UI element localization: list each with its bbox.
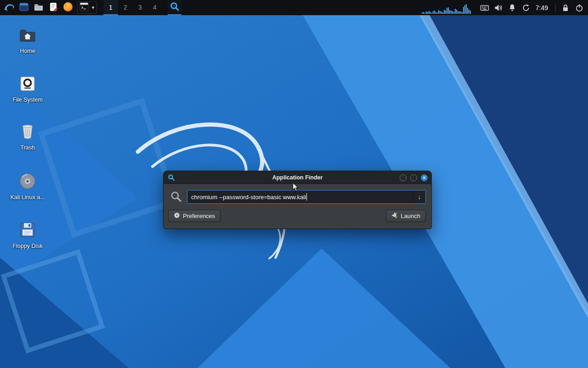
cpu-graph[interactable] [422,2,473,14]
lock-icon[interactable] [559,0,572,15]
desktop: ▾ 1 2 3 4 [0,0,588,368]
top-panel: ▾ 1 2 3 4 [0,0,588,15]
optical-disc-icon [18,172,37,192]
terminal-dropdown-chevron-icon[interactable]: ▾ [90,5,96,11]
preferences-label: Preferences [183,213,215,219]
launcher-window[interactable] [17,0,31,15]
launch-label: Launch [401,213,420,219]
desktop-icon-label: Home [2,48,53,54]
cpu-graph-svg [422,3,471,14]
trash-icon [18,122,37,143]
button-row: Preferences [168,210,426,222]
kali-logo-icon [3,1,15,14]
kali-menu-button[interactable] [2,0,17,15]
power-icon[interactable] [572,0,586,15]
launch-icon [391,212,398,220]
desktop-icon-label: Floppy Disk [2,243,53,249]
dropdown-arrow-button[interactable]: ↓ [413,190,425,203]
terminal-icon [79,2,89,13]
desktop-icon-floppy[interactable]: Floppy Disk [2,221,53,249]
terminal-launcher-group: ▾ [77,1,97,14]
search-icon [170,190,183,203]
application-finder-window: Application Finder × chromium --password… [163,171,432,229]
desktop-icon-label: File System [2,97,53,103]
close-button[interactable]: × [421,174,428,181]
floppy-disk-icon [18,221,37,241]
folder-icon [34,2,44,13]
workspace-switcher: 1 2 3 4 [103,0,162,15]
titlebar[interactable]: Application Finder × [164,171,431,184]
maximize-button[interactable] [410,174,417,181]
clock[interactable]: 7:49 [536,4,548,12]
text-editor-icon [48,2,58,13]
firefox-icon [62,1,74,14]
window-controls: × [400,174,428,181]
panel-left: ▾ 1 2 3 4 [2,0,181,15]
launcher-terminal[interactable] [78,0,90,15]
desktop-icon-trash[interactable]: Trash [2,122,53,151]
desktop-icon-file-system[interactable]: File System [2,75,53,103]
search-input-value: chromium --password-store=basic www.kali [191,194,306,201]
window-title: Application Finder [164,174,431,181]
desktop-icon-label: Kali Linux a... [2,194,53,201]
text-caret [306,193,307,201]
launcher-firefox[interactable] [61,0,75,15]
desktop-icon-kali-cd[interactable]: Kali Linux a... [2,172,53,201]
home-folder-icon [18,26,37,46]
desktop-icon-label: Trash [2,144,53,151]
workspace-button-4[interactable]: 4 [147,0,162,15]
updates-icon[interactable] [519,0,533,15]
window-icon [19,2,29,13]
notifications-bell-icon[interactable] [505,0,519,15]
panel-right: 7:49 [422,0,586,15]
search-row: chromium --password-store=basic www.kali… [168,190,426,204]
arrow-down-icon: ↓ [418,193,421,201]
close-icon: × [423,175,425,180]
app-finder-taskbar-icon [169,1,180,13]
keyboard-icon[interactable] [478,0,492,15]
desktop-icon-home[interactable]: Home [2,26,53,54]
launch-button[interactable]: Launch [386,210,426,222]
gear-icon [174,212,180,220]
workspace-button-3[interactable]: 3 [133,0,147,15]
drive-icon [18,75,37,95]
finder-body: chromium --password-store=basic www.kali… [164,184,431,228]
launcher-file-manager[interactable] [31,0,46,15]
minimize-button[interactable] [400,174,407,181]
preferences-button[interactable]: Preferences [168,210,220,222]
panel-separator [555,4,556,12]
workspace-button-1[interactable]: 1 [103,0,118,15]
search-input[interactable]: chromium --password-store=basic www.kali… [187,190,426,204]
taskbar-application-finder[interactable] [168,0,181,15]
workspace-button-2[interactable]: 2 [118,0,133,15]
volume-icon[interactable] [492,0,505,15]
launcher-text-editor[interactable] [46,0,61,15]
